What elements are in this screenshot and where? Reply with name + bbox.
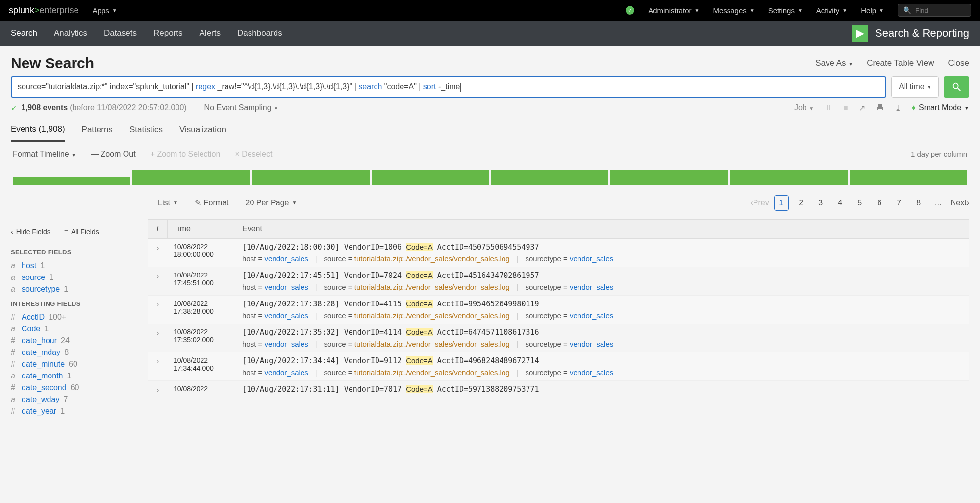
save-as-menu[interactable]: Save As ▼ bbox=[815, 58, 853, 68]
zoom-out-button[interactable]: — Zoom Out bbox=[91, 150, 136, 159]
colite-time[interactable]: Time bbox=[168, 220, 236, 238]
format-events-button[interactable]: ✎Format bbox=[195, 198, 229, 207]
nav-dashboards[interactable]: Dashboards bbox=[237, 28, 282, 38]
field-name[interactable]: date_mday bbox=[22, 348, 60, 357]
tab-visualization[interactable]: Visualization bbox=[179, 119, 226, 141]
nav-reports[interactable]: Reports bbox=[153, 28, 183, 38]
nav-analytics[interactable]: Analytics bbox=[54, 28, 87, 38]
field-name[interactable]: source bbox=[22, 273, 45, 282]
event-raw[interactable]: [10/Aug/2022:17:34:44] VendorID=9112 Cod… bbox=[242, 356, 963, 365]
event-raw[interactable]: [10/Aug/2022:17:45:51] VendorID=7024 Cod… bbox=[242, 271, 963, 280]
format-timeline-menu[interactable]: Format Timeline ▼ bbox=[13, 150, 76, 159]
all-fields-button[interactable]: ≡All Fields bbox=[64, 228, 99, 236]
timeline-bar[interactable] bbox=[252, 170, 370, 185]
field-item[interactable]: aCode1 bbox=[11, 323, 145, 335]
event-raw[interactable]: [10/Aug/2022:17:38:28] VendorID=4115 Cod… bbox=[242, 300, 963, 308]
field-item[interactable]: #date_second60 bbox=[11, 382, 145, 394]
per-page-menu[interactable]: 20 Per Page ▼ bbox=[245, 199, 297, 207]
job-menu[interactable]: Job ▼ bbox=[794, 103, 814, 112]
tab-patterns[interactable]: Patterns bbox=[82, 119, 113, 141]
pagination-page[interactable]: 3 bbox=[813, 195, 828, 211]
help-menu[interactable]: Help▼ bbox=[861, 6, 884, 15]
pagination-page[interactable]: 2 bbox=[794, 195, 808, 211]
nav-datasets[interactable]: Datasets bbox=[104, 28, 137, 38]
event-raw[interactable]: [10/Aug/2022:18:00:00] VendorID=1006 Cod… bbox=[242, 243, 963, 252]
field-name[interactable]: date_month bbox=[22, 372, 63, 380]
event-raw[interactable]: [10/Aug/2022:17:35:02] VendorID=4114 Cod… bbox=[242, 328, 963, 337]
time-range-picker[interactable]: All time ▼ bbox=[891, 76, 939, 98]
meta-sourcetype[interactable]: vendor_sales bbox=[570, 340, 613, 348]
pause-icon[interactable]: ⏸ bbox=[825, 103, 832, 112]
pagination-page[interactable]: 4 bbox=[833, 195, 848, 211]
field-name[interactable]: date_wday bbox=[22, 395, 59, 404]
global-find[interactable]: 🔍 bbox=[898, 4, 971, 17]
meta-sourcetype[interactable]: vendor_sales bbox=[570, 254, 613, 263]
expand-row-button[interactable]: › bbox=[148, 356, 168, 365]
meta-host[interactable]: vendor_sales bbox=[264, 368, 308, 377]
field-name[interactable]: date_second bbox=[22, 383, 67, 392]
stop-icon[interactable]: ■ bbox=[843, 103, 848, 112]
event-sampling-menu[interactable]: No Event Sampling ▼ bbox=[204, 103, 278, 112]
apps-menu[interactable]: Apps▼ bbox=[93, 6, 117, 15]
meta-source[interactable]: tutorialdata.zip:./vendor_sales/vendor_s… bbox=[354, 283, 510, 291]
messages-menu[interactable]: Messages▼ bbox=[713, 6, 754, 15]
close-button[interactable]: Close bbox=[948, 58, 969, 68]
activity-menu[interactable]: Activity▼ bbox=[816, 6, 847, 15]
meta-source[interactable]: tutorialdata.zip:./vendor_sales/vendor_s… bbox=[354, 254, 510, 263]
expand-row-button[interactable]: › bbox=[148, 385, 168, 394]
share-icon[interactable]: ↗ bbox=[859, 103, 865, 113]
field-name[interactable]: Code bbox=[22, 325, 40, 333]
timeline-bar[interactable] bbox=[372, 170, 489, 185]
settings-menu[interactable]: Settings▼ bbox=[768, 6, 803, 15]
search-mode-menu[interactable]: ♦Smart Mode ▼ bbox=[912, 103, 969, 112]
field-item[interactable]: #date_minute60 bbox=[11, 358, 145, 370]
timeline-bar[interactable] bbox=[491, 170, 609, 185]
timeline-bar[interactable] bbox=[850, 170, 967, 185]
expand-row-button[interactable]: › bbox=[148, 300, 168, 308]
meta-host[interactable]: vendor_sales bbox=[264, 340, 308, 348]
meta-sourcetype[interactable]: vendor_sales bbox=[570, 283, 613, 291]
create-table-view-button[interactable]: Create Table View bbox=[867, 58, 934, 68]
administrator-menu[interactable]: Administrator▼ bbox=[648, 6, 699, 15]
field-item[interactable]: adate_month1 bbox=[11, 370, 145, 382]
field-item[interactable]: #date_hour24 bbox=[11, 335, 145, 347]
field-name[interactable]: sourcetype bbox=[22, 285, 60, 294]
pagination-page[interactable]: 1 bbox=[774, 195, 789, 211]
pagination-page[interactable]: 8 bbox=[911, 195, 926, 211]
meta-source[interactable]: tutorialdata.zip:./vendor_sales/vendor_s… bbox=[354, 311, 510, 320]
expand-row-button[interactable]: › bbox=[148, 271, 168, 280]
meta-host[interactable]: vendor_sales bbox=[264, 311, 308, 320]
timeline-bar[interactable] bbox=[610, 170, 728, 185]
pagination-page[interactable]: 5 bbox=[853, 195, 867, 211]
field-name[interactable]: date_hour bbox=[22, 336, 57, 345]
meta-source[interactable]: tutorialdata.zip:./vendor_sales/vendor_s… bbox=[354, 340, 510, 348]
meta-host[interactable]: vendor_sales bbox=[264, 254, 308, 263]
timeline-chart[interactable] bbox=[0, 164, 980, 187]
hide-fields-button[interactable]: ‹Hide Fields bbox=[11, 228, 50, 236]
field-item[interactable]: ahost1 bbox=[11, 260, 145, 272]
field-item[interactable]: adate_wday7 bbox=[11, 394, 145, 405]
meta-host[interactable]: vendor_sales bbox=[264, 283, 308, 291]
expand-row-button[interactable]: › bbox=[148, 328, 168, 337]
field-name[interactable]: date_minute bbox=[22, 360, 65, 369]
timeline-bar[interactable] bbox=[730, 170, 848, 185]
print-icon[interactable]: 🖶 bbox=[876, 103, 884, 112]
nav-search[interactable]: Search bbox=[11, 28, 37, 38]
field-name[interactable]: date_year bbox=[22, 407, 56, 416]
expand-row-button[interactable]: › bbox=[148, 243, 168, 252]
field-item[interactable]: asourcetype1 bbox=[11, 283, 145, 295]
health-status-icon[interactable]: ✓ bbox=[626, 6, 634, 15]
tab-statistics[interactable]: Statistics bbox=[129, 119, 163, 141]
meta-sourcetype[interactable]: vendor_sales bbox=[570, 311, 613, 320]
field-item[interactable]: #date_year1 bbox=[11, 405, 145, 417]
field-name[interactable]: host bbox=[22, 261, 36, 270]
pagination-page[interactable]: ... bbox=[931, 195, 946, 211]
timeline-bar[interactable] bbox=[13, 177, 130, 185]
list-view-menu[interactable]: List ▼ bbox=[158, 199, 178, 207]
pagination-next[interactable]: Next › bbox=[951, 195, 969, 211]
run-search-button[interactable] bbox=[944, 76, 969, 98]
pagination-page[interactable]: 7 bbox=[892, 195, 906, 211]
meta-source[interactable]: tutorialdata.zip:./vendor_sales/vendor_s… bbox=[354, 368, 510, 377]
field-item[interactable]: #date_mday8 bbox=[11, 347, 145, 358]
timeline-bar[interactable] bbox=[132, 170, 250, 185]
